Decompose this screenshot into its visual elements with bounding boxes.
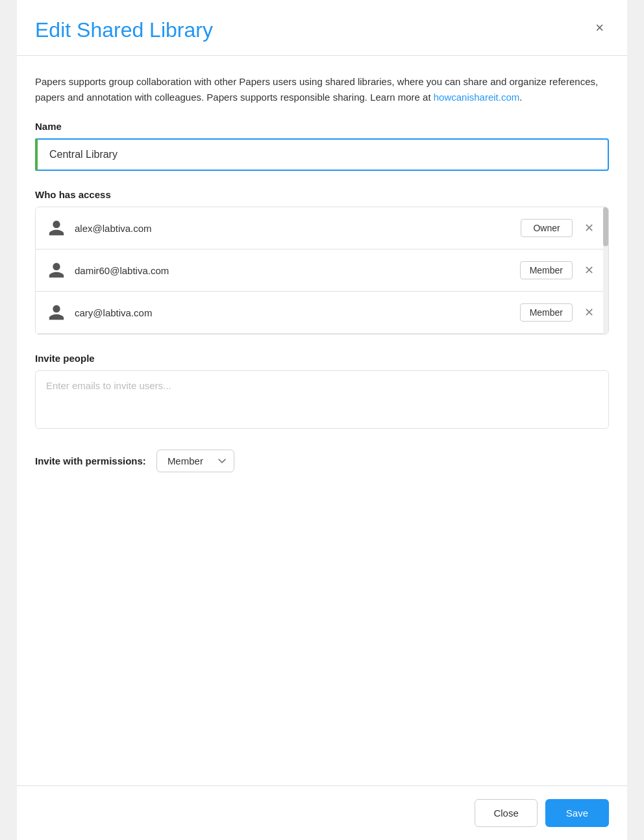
permissions-row: Invite with permissions: Member Owner [35,450,609,472]
role-badge: Member [520,261,573,279]
dialog-body: Papers supports group collaboration with… [17,56,627,785]
user-email: damir60@labtiva.com [75,265,520,276]
description-text: Papers supports group collaboration with… [35,74,609,105]
dialog-close-button[interactable]: × [590,18,609,38]
dialog-title: Edit Shared Library [35,18,213,42]
table-row: alex@labtiva.com Owner ✕ [36,207,608,249]
remove-member-button[interactable]: ✕ [580,262,598,279]
remove-member-button[interactable]: ✕ [580,220,598,236]
invite-section-label: Invite people [35,353,609,364]
remove-member-button[interactable]: ✕ [580,304,598,321]
role-badge: Owner [521,219,573,237]
who-has-access-label: Who has access [35,189,609,200]
user-email: alex@labtiva.com [75,223,521,234]
name-section-label: Name [35,121,609,132]
edit-shared-library-dialog: Edit Shared Library × Papers supports gr… [17,0,627,840]
permissions-select[interactable]: Member Owner [156,450,234,472]
table-row: cary@labtiva.com Member ✕ [36,292,608,334]
scrollbar-track[interactable] [603,207,608,334]
role-badge: Member [520,303,573,322]
who-has-access-section: Who has access alex@labtiva.com Owner ✕ [35,189,609,335]
scrollbar-thumb[interactable] [603,207,608,246]
close-button[interactable]: Close [475,799,537,827]
invite-section: Invite people [35,353,609,431]
name-input-accent [35,138,38,171]
table-row: damir60@labtiva.com Member ✕ [36,249,608,292]
user-icon [46,260,67,281]
dialog-footer: Close Save [17,785,627,840]
name-input[interactable] [35,138,609,171]
description-link[interactable]: howcanishareit.com [434,92,520,103]
name-input-wrapper [35,138,609,171]
invite-emails-input[interactable] [35,370,609,429]
permissions-label: Invite with permissions: [35,455,146,466]
user-email: cary@labtiva.com [75,307,520,318]
dialog-header: Edit Shared Library × [17,0,627,56]
access-list: alex@labtiva.com Owner ✕ damir60@labtiva… [35,207,609,335]
save-button[interactable]: Save [545,799,609,827]
user-icon [46,218,67,238]
user-icon [46,302,67,323]
